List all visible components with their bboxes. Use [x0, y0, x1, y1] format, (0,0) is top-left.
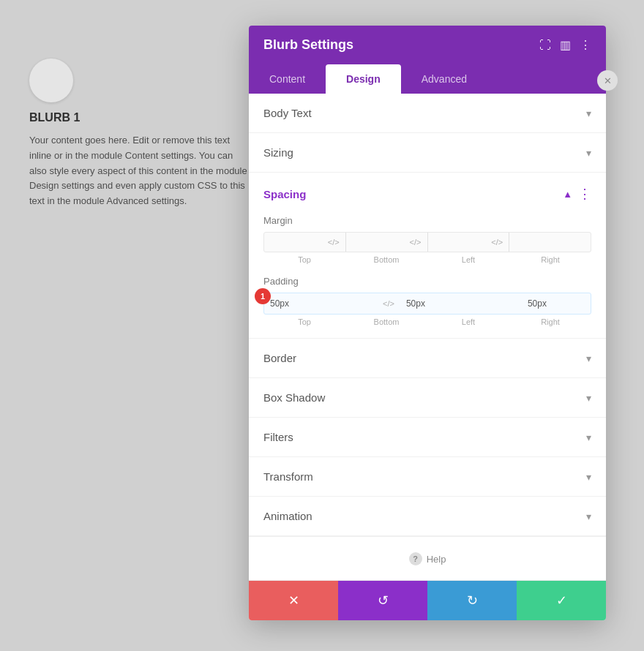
- margin-left-wrap: </>: [428, 233, 509, 252]
- margin-bottom-code-icon[interactable]: </>: [410, 238, 422, 247]
- close-button[interactable]: ✕: [597, 70, 618, 91]
- animation-chevron-icon: ▾: [586, 511, 591, 522]
- section-spacing: Spacing ▲ ⋮ Margin </>: [249, 173, 606, 339]
- fullscreen-icon[interactable]: ⛶: [539, 39, 551, 52]
- undo-button[interactable]: ↺: [338, 581, 427, 620]
- padding-top-input[interactable]: [270, 298, 380, 309]
- margin-top-code-icon[interactable]: </>: [328, 238, 340, 247]
- margin-left-code-icon[interactable]: </>: [491, 238, 503, 247]
- spacing-header[interactable]: Spacing ▲ ⋮: [249, 173, 606, 215]
- spacing-collapse-icon[interactable]: ▲: [563, 189, 572, 200]
- margin-group: Margin </> </>: [249, 215, 606, 276]
- padding-left-wrap: 🔗: [522, 293, 606, 314]
- padding-bottom-input[interactable]: [406, 298, 516, 309]
- section-body-text-label: Body Text: [263, 107, 312, 119]
- section-sizing[interactable]: Sizing ▾: [249, 133, 606, 173]
- tab-content[interactable]: Content: [249, 64, 326, 94]
- redo-button[interactable]: ↻: [427, 581, 517, 620]
- margin-left-input[interactable]: [434, 237, 489, 247]
- section-transform-label: Transform: [263, 470, 313, 483]
- panel-title: Blurb Settings: [263, 37, 353, 53]
- margin-right-input[interactable]: [515, 237, 585, 247]
- margin-top-label: Top: [263, 255, 345, 264]
- filters-chevron-icon: ▾: [586, 432, 591, 443]
- panel-tabs: Content Design Advanced: [249, 64, 606, 94]
- padding-left-input[interactable]: [528, 298, 606, 309]
- section-border[interactable]: Border ▾: [249, 339, 606, 378]
- panel-body: Body Text ▾ Sizing ▾ Spacing ▲ ⋮ Margin: [249, 94, 606, 580]
- margin-bottom-wrap: </>: [346, 233, 427, 252]
- padding-bottom-wrap: [400, 293, 522, 314]
- margin-bottom-label: Bottom: [345, 255, 427, 264]
- columns-icon[interactable]: ▥: [560, 38, 571, 52]
- section-sizing-label: Sizing: [263, 146, 293, 159]
- badge-number: 1: [255, 288, 271, 304]
- margin-label: Margin: [263, 215, 591, 226]
- padding-bottom-label: Bottom: [345, 317, 427, 326]
- section-animation-label: Animation: [263, 510, 312, 522]
- help-circle-icon: ?: [409, 552, 422, 565]
- section-animation[interactable]: Animation ▾: [249, 497, 606, 536]
- panel-header: Blurb Settings ⛶ ▥ ⋮: [249, 26, 606, 64]
- padding-left-label: Left: [427, 317, 509, 326]
- padding-field-labels: Top Bottom Left Right: [263, 317, 591, 326]
- settings-panel: Blurb Settings ⛶ ▥ ⋮ Content Design Adva…: [249, 26, 606, 620]
- section-border-label: Border: [263, 352, 296, 364]
- sizing-chevron-icon: ▾: [586, 147, 591, 159]
- panel-footer: ✕ ↺ ↻ ✓: [249, 580, 606, 620]
- spacing-more-icon[interactable]: ⋮: [578, 186, 591, 202]
- padding-right-label: Right: [509, 317, 591, 326]
- help-link[interactable]: ? Help: [409, 552, 446, 565]
- margin-bottom-input[interactable]: [352, 237, 407, 247]
- padding-label: Padding: [263, 276, 591, 287]
- spacing-header-controls: ▲ ⋮: [563, 186, 591, 202]
- help-row: ? Help: [249, 536, 606, 580]
- section-filters[interactable]: Filters ▾: [249, 418, 606, 457]
- margin-fields-row: </> </> </>: [263, 232, 591, 252]
- padding-top-code-icon[interactable]: </>: [383, 299, 394, 308]
- section-box-shadow-label: Box Shadow: [263, 391, 325, 404]
- margin-top-wrap: </>: [264, 233, 345, 252]
- transform-chevron-icon: ▾: [586, 471, 591, 483]
- padding-fields-row: </> 🔗: [263, 293, 591, 315]
- tab-design[interactable]: Design: [326, 64, 401, 94]
- spacing-title: Spacing: [263, 188, 306, 200]
- margin-top-input[interactable]: [270, 237, 325, 247]
- margin-field-labels: Top Bottom Left Right: [263, 255, 591, 264]
- tab-advanced[interactable]: Advanced: [401, 64, 487, 94]
- help-label: Help: [427, 554, 446, 565]
- padding-group: Padding </> 🔗: [249, 276, 606, 338]
- margin-right-label: Right: [509, 255, 591, 264]
- body-text-chevron-icon: ▾: [586, 108, 591, 119]
- padding-top-wrap: </>: [264, 293, 400, 314]
- border-chevron-icon: ▾: [586, 353, 591, 364]
- margin-top-bottom-pair: </> </>: [264, 233, 427, 252]
- margin-left-label: Left: [427, 255, 509, 264]
- section-box-shadow[interactable]: Box Shadow ▾: [249, 378, 606, 418]
- padding-top-label: Top: [263, 317, 345, 326]
- margin-right-wrap: [509, 233, 591, 252]
- section-filters-label: Filters: [263, 431, 293, 443]
- section-body-text[interactable]: Body Text ▾: [249, 94, 606, 133]
- more-icon[interactable]: ⋮: [580, 38, 591, 52]
- cancel-button[interactable]: ✕: [249, 581, 338, 620]
- box-shadow-chevron-icon: ▾: [586, 392, 591, 404]
- margin-left-right-pair: </>: [428, 233, 591, 252]
- save-button[interactable]: ✓: [517, 581, 606, 620]
- section-transform[interactable]: Transform ▾: [249, 457, 606, 497]
- header-icons: ⛶ ▥ ⋮: [539, 38, 591, 52]
